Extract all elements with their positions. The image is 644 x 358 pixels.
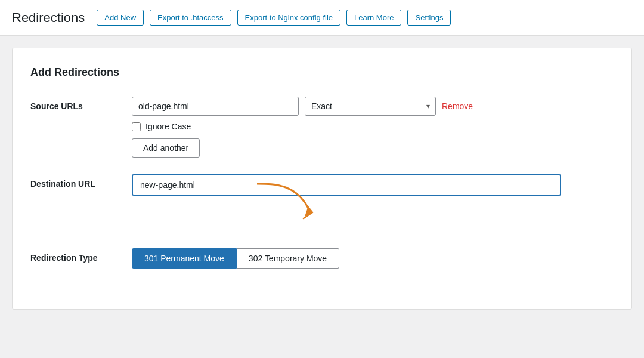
match-select-wrapper: Exact Regex Ignore Case ▾ (305, 97, 436, 116)
learn-more-button[interactable]: Learn More (346, 10, 401, 26)
redirection-type-label: Redirection Type (30, 248, 132, 263)
export-nginx-button[interactable]: Export to Nginx config file (237, 10, 340, 26)
source-urls-label: Source URLs (30, 97, 132, 111)
redirect-type-buttons: 301 Permanent Move 302 Temporary Move (132, 248, 614, 268)
match-type-select[interactable]: Exact Regex Ignore Case (305, 97, 436, 116)
arrow-graphic (227, 178, 346, 232)
ignore-case-label: Ignore Case (145, 122, 191, 131)
source-urls-controls: Exact Regex Ignore Case ▾ Remove Ignore … (132, 97, 614, 158)
destination-url-row: Destination URL (30, 174, 614, 232)
settings-button[interactable]: Settings (407, 10, 451, 26)
top-bar: Redirections Add New Export to .htaccess… (0, 0, 644, 36)
add-new-button[interactable]: Add New (97, 10, 144, 26)
remove-link[interactable]: Remove (442, 101, 473, 111)
ignore-case-row: Ignore Case (132, 122, 614, 131)
redirection-type-row: Redirection Type 301 Permanent Move 302 … (30, 248, 614, 268)
card-title: Add Redirections (30, 66, 614, 79)
add-another-button[interactable]: Add another (132, 138, 200, 158)
type-301-button[interactable]: 301 Permanent Move (132, 248, 237, 268)
page-title: Redirections (12, 10, 85, 26)
source-urls-row: Source URLs Exact Regex Ignore Case ▾ Re… (30, 97, 614, 158)
arrow-area (132, 190, 614, 232)
export-htaccess-button[interactable]: Export to .htaccess (150, 10, 231, 26)
main-content: Add Redirections Source URLs Exact Regex… (0, 36, 644, 322)
type-302-button[interactable]: 302 Temporary Move (237, 248, 339, 268)
source-input-row: Exact Regex Ignore Case ▾ Remove (132, 97, 614, 116)
destination-url-controls (132, 174, 614, 232)
add-redirections-card: Add Redirections Source URLs Exact Regex… (12, 48, 632, 310)
destination-url-label: Destination URL (30, 174, 132, 189)
redirection-type-controls: 301 Permanent Move 302 Temporary Move (132, 248, 614, 268)
source-url-input[interactable] (132, 97, 299, 116)
ignore-case-checkbox[interactable] (132, 122, 141, 131)
